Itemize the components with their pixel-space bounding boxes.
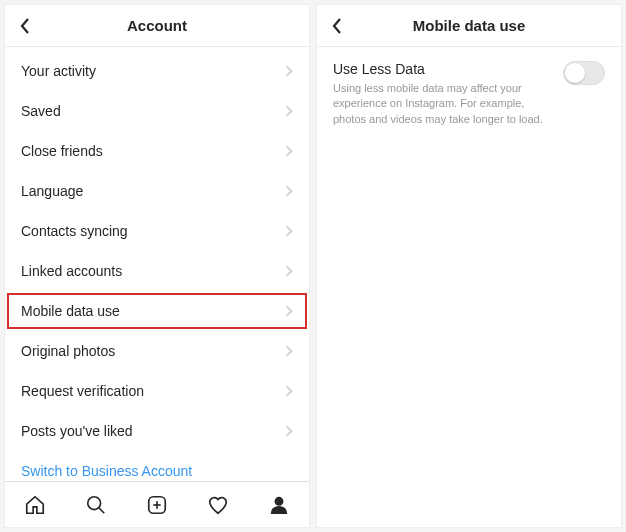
row-label: Saved — [21, 103, 61, 119]
tab-home[interactable] — [15, 485, 55, 525]
row-language[interactable]: Language — [5, 171, 309, 211]
row-request-verification[interactable]: Request verification — [5, 371, 309, 411]
chevron-left-icon — [19, 17, 31, 35]
svg-point-0 — [88, 496, 101, 509]
use-less-data-row: Use Less Data Using less mobile data may… — [317, 47, 621, 141]
back-button-right[interactable] — [317, 5, 357, 46]
row-your-activity[interactable]: Your activity — [5, 51, 309, 91]
setting-text: Use Less Data Using less mobile data may… — [333, 61, 551, 127]
tab-activity[interactable] — [198, 485, 238, 525]
chevron-left-icon — [331, 17, 343, 35]
row-label: Mobile data use — [21, 303, 120, 319]
profile-icon — [268, 494, 290, 516]
settings-list: Your activitySavedClose friendsLanguageC… — [5, 47, 309, 481]
row-linked-accounts[interactable]: Linked accounts — [5, 251, 309, 291]
activity-icon — [207, 494, 229, 516]
tab-search[interactable] — [76, 485, 116, 525]
row-close-friends[interactable]: Close friends — [5, 131, 309, 171]
chevron-right-icon — [285, 144, 293, 158]
chevron-right-icon — [285, 104, 293, 118]
svg-line-1 — [99, 507, 105, 513]
row-label: Original photos — [21, 343, 115, 359]
row-label: Language — [21, 183, 83, 199]
chevron-right-icon — [285, 344, 293, 358]
chevron-right-icon — [285, 224, 293, 238]
row-mobile-data-use[interactable]: Mobile data use — [5, 291, 309, 331]
svg-point-5 — [275, 497, 282, 504]
chevron-right-icon — [285, 64, 293, 78]
tab-bar — [5, 481, 309, 527]
page-title-left: Account — [5, 17, 309, 34]
use-less-data-toggle[interactable] — [563, 61, 605, 85]
search-icon — [85, 494, 107, 516]
chevron-right-icon — [285, 424, 293, 438]
chevron-right-icon — [285, 184, 293, 198]
row-contacts-syncing[interactable]: Contacts syncing — [5, 211, 309, 251]
mobile-data-use-pane: Mobile data use Use Less Data Using less… — [316, 4, 622, 528]
account-settings-pane: Account Your activitySavedClose friendsL… — [4, 4, 310, 528]
tab-add[interactable] — [137, 485, 177, 525]
page-title-right: Mobile data use — [317, 17, 621, 34]
row-label: Request verification — [21, 383, 144, 399]
row-label: Posts you've liked — [21, 423, 133, 439]
chevron-right-icon — [285, 264, 293, 278]
row-saved[interactable]: Saved — [5, 91, 309, 131]
row-label: Close friends — [21, 143, 103, 159]
switch-business-account-link[interactable]: Switch to Business Account — [5, 451, 309, 481]
row-label: Contacts syncing — [21, 223, 128, 239]
setting-description: Using less mobile data may affect your e… — [333, 81, 551, 127]
header-right: Mobile data use — [317, 5, 621, 47]
row-label: Linked accounts — [21, 263, 122, 279]
home-icon — [24, 494, 46, 516]
row-original-photos[interactable]: Original photos — [5, 331, 309, 371]
add-post-icon — [146, 494, 168, 516]
back-button[interactable] — [5, 5, 45, 46]
tab-profile[interactable] — [259, 485, 299, 525]
chevron-right-icon — [285, 384, 293, 398]
header-left: Account — [5, 5, 309, 47]
chevron-right-icon — [285, 304, 293, 318]
setting-title: Use Less Data — [333, 61, 551, 77]
row-posts-liked[interactable]: Posts you've liked — [5, 411, 309, 451]
row-label: Your activity — [21, 63, 96, 79]
